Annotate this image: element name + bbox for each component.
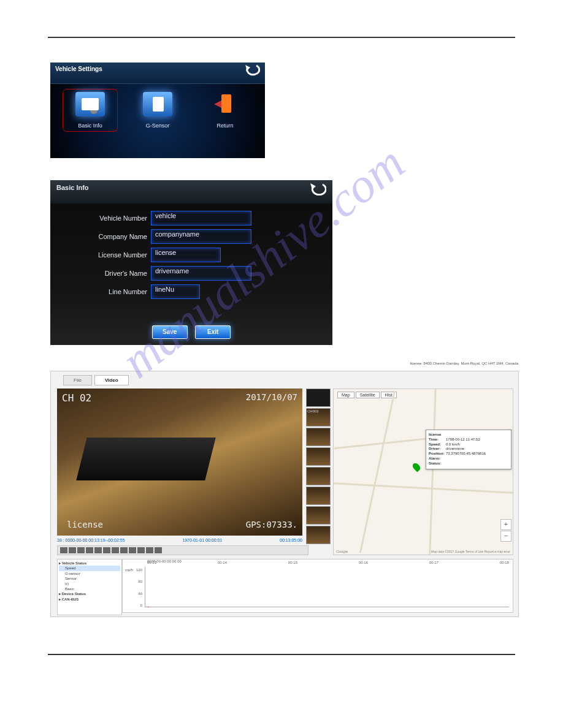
thumb-ch6[interactable] [306, 487, 331, 505]
zoom-in-button[interactable]: + [500, 519, 511, 530]
vehicle-status-heading[interactable]: ▸ Vehicle Status [59, 561, 120, 566]
time-left: 38 : 0000-00-00 00:13:19--00:02:55 [57, 538, 125, 542]
map-address: license: 8400 Chemin Darnley, Mont-Royal… [410, 362, 518, 365]
license-number-label: License Number [75, 251, 147, 259]
tree-item-io[interactable]: IO [59, 582, 120, 586]
stop-icon[interactable] [77, 547, 85, 553]
g-sensor-tile[interactable]: G-Sensor [133, 92, 182, 129]
thumb-ch5[interactable] [306, 467, 331, 485]
xtick: 00:13 [147, 561, 156, 564]
chart-x-ticks: 00:13 00:14 00:15 00:16 00:17 00:18 [147, 561, 509, 564]
tile-label: Return [201, 123, 250, 129]
driver-name-input[interactable]: drivername [151, 266, 251, 281]
pause-icon[interactable] [69, 547, 76, 553]
fullscreen-icon[interactable] [146, 547, 153, 553]
thumb-ch4[interactable] [306, 447, 331, 466]
thumb-ch3[interactable] [306, 428, 331, 446]
tree-item-basic[interactable]: Basic [59, 586, 120, 591]
road-line [429, 389, 436, 555]
back-icon[interactable] [309, 182, 326, 195]
channel-thumbnails: CH002 [306, 389, 329, 544]
line-number-input[interactable]: lineNu [151, 284, 200, 299]
exit-icon [210, 92, 240, 116]
thumb-ch7[interactable] [306, 506, 331, 525]
tree-item-speed[interactable]: Speed [59, 566, 120, 571]
popup-time-label: Time: [429, 438, 446, 442]
map-marker-icon[interactable] [412, 462, 422, 472]
speed-chart: 0000-00-00 00:00:00 00:13 00:14 00:15 00… [122, 559, 513, 613]
road-line [359, 391, 396, 553]
time-info-bar: 38 : 0000-00-00 00:13:19--00:02:55 1970-… [57, 538, 302, 542]
back-icon[interactable] [244, 64, 260, 76]
map-tab-map[interactable]: Map [337, 392, 354, 398]
vehicle-number-label: Vehicle Number [75, 214, 147, 222]
record-icon[interactable] [129, 547, 136, 553]
tree-item-sensor[interactable]: Sensor [59, 576, 120, 581]
ytick: 40 [138, 592, 142, 596]
tile-label: G-Sensor [133, 123, 182, 129]
xtick: 00:16 [359, 561, 368, 564]
folder-icon [75, 92, 105, 116]
snapshot-icon[interactable] [120, 547, 128, 553]
canbus-heading[interactable]: ▸ CAN-BUS [59, 597, 120, 602]
volume-icon[interactable] [155, 547, 162, 553]
popup-speed-value: 0.0 km/h [446, 442, 460, 446]
basic-info-tile[interactable]: Basic Info [66, 92, 115, 129]
save-button[interactable]: Save [152, 325, 188, 339]
time-mid: 1970-01-01 00:00:01 [182, 538, 222, 542]
playback-app: File Video CH 02 2017/10/07 license GPS:… [50, 371, 519, 617]
date-overlay: 2017/10/07 [246, 392, 297, 402]
ytick: 0 [140, 604, 142, 607]
thumb-ch1[interactable] [306, 389, 331, 407]
play-icon[interactable] [60, 547, 67, 553]
thumb-ch8[interactable] [306, 526, 331, 544]
license-number-input[interactable]: license [151, 248, 221, 262]
popup-position-value: 73.3790700,45.4879816 [446, 452, 486, 455]
xtick: 00:17 [429, 561, 439, 564]
thumb-ch2[interactable]: CH002 [306, 408, 331, 427]
map-tab-satellite[interactable]: Satellite [356, 392, 380, 398]
license-overlay: license [67, 520, 103, 529]
prev-icon[interactable] [86, 547, 93, 553]
screen-title: Basic Info [50, 180, 332, 203]
map-info-popup: license Time:1708-00-12 11:47:52 Speed:0… [426, 430, 511, 469]
xtick: 00:18 [500, 561, 509, 564]
exit-button[interactable]: Exit [195, 325, 231, 339]
video-preview[interactable]: CH 02 2017/10/07 license GPS:07333. [57, 389, 302, 536]
forward-icon[interactable] [103, 547, 110, 553]
tree-item-gsensor[interactable]: G-sensor [59, 571, 120, 576]
popup-driver-label: Driver: [429, 447, 446, 452]
popup-driver-value: drivername [446, 447, 464, 450]
zoom-out-button[interactable]: − [500, 531, 511, 542]
gsensor-icon [143, 92, 172, 116]
tab-file[interactable]: File [63, 375, 92, 385]
popup-position-label: Position: [429, 452, 446, 457]
chart-grid [145, 567, 509, 607]
ytick: 120 [136, 568, 142, 572]
rewind-icon[interactable] [94, 547, 102, 553]
time-right: 00:13:05:00 [280, 538, 302, 542]
basic-info-screen: Basic Info Vehicle Number vehicle Compan… [50, 180, 332, 345]
road-line [334, 482, 513, 493]
google-logo: Google [336, 550, 348, 553]
status-tree: ▸ Vehicle Status Speed G-sensor Sensor I… [57, 559, 122, 615]
playback-toolbar [57, 545, 308, 555]
company-name-input[interactable]: companyname [151, 229, 251, 244]
grid-icon[interactable] [137, 547, 145, 553]
popup-status-label: Status: [429, 461, 446, 466]
vehicle-settings-screen: Vehicle Settings Basic Info G-Sensor Ret… [50, 63, 265, 158]
map-panel[interactable]: Map Satellite Hist license Time:1708-00-… [333, 389, 513, 555]
gps-overlay: GPS:07333. [246, 520, 297, 529]
return-tile[interactable]: Return [201, 92, 250, 129]
tab-video[interactable]: Video [94, 375, 129, 385]
popup-alarm-label: Alarm: [429, 457, 446, 461]
screen-title: Vehicle Settings [50, 63, 265, 84]
company-name-label: Company Name [75, 233, 147, 240]
device-status-heading[interactable]: ▸ Device Status [59, 591, 120, 596]
vehicle-number-input[interactable]: vehicle [151, 211, 251, 226]
chart-arrow-icon: → [145, 604, 150, 610]
map-terms: Map data ©2017 Google Terms of Use Repor… [431, 550, 510, 553]
popup-title: license [429, 433, 508, 438]
next-icon[interactable] [112, 547, 119, 553]
popup-speed-label: Speed: [429, 442, 446, 447]
